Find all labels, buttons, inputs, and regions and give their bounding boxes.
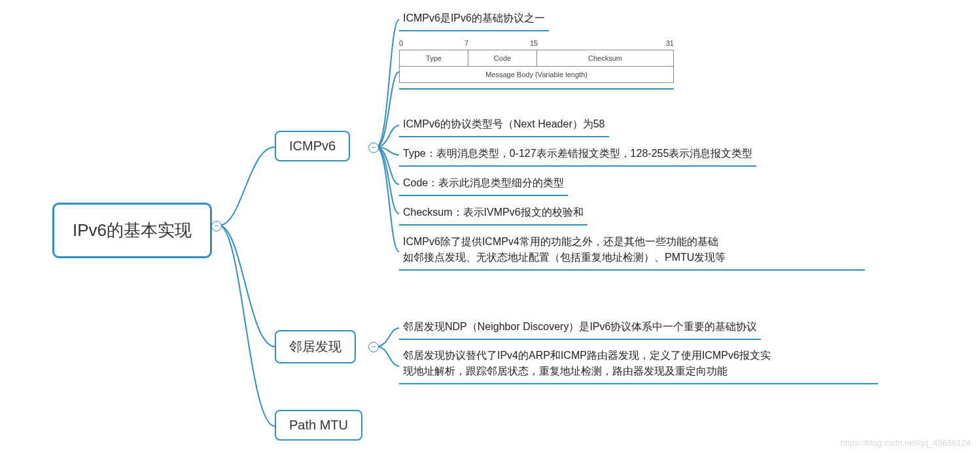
- leaf-ndp-replace-l1: 邻居发现协议替代了IPv4的ARP和ICMP路由器发现，定义了使用ICMPv6报…: [403, 350, 771, 361]
- leaf-ndp-replace: 邻居发现协议替代了IPv4的ARP和ICMP路由器发现，定义了使用ICMPv6报…: [399, 345, 878, 384]
- packet-field-checksum: Checksum: [536, 50, 673, 67]
- leaf-icmpv6-nextheader: ICMPv6的协议类型号（Next Header）为58: [399, 114, 609, 137]
- bit-7: 7: [464, 39, 468, 47]
- leaf-icmpv6-extra-l2: 如邻接点发现、无状态地址配置（包括重复地址检测）、PMTU发现等: [403, 252, 726, 263]
- branch-ndp[interactable]: 邻居发现: [275, 330, 356, 363]
- packet-field-type: Type: [400, 50, 468, 67]
- collapse-toggle-root[interactable]: −: [211, 221, 222, 231]
- bit-15: 15: [530, 39, 538, 47]
- branch-pmtu[interactable]: Path MTU: [275, 410, 362, 441]
- leaf-ndp-intro: 邻居发现NDP（Neighbor Discovery）是IPv6协议体系中一个重…: [399, 316, 761, 340]
- collapse-toggle-icmpv6[interactable]: −: [368, 143, 379, 153]
- bit-0: 0: [399, 39, 403, 47]
- packet-field-code: Code: [468, 50, 536, 67]
- branch-icmpv6[interactable]: ICMPv6: [275, 131, 350, 161]
- bit-31: 31: [666, 39, 674, 47]
- packet-table: Type Code Checksum Message Body (Variabl…: [399, 50, 674, 83]
- leaf-icmpv6-checksum: Checksum：表示IVMPv6报文的校验和: [399, 202, 587, 226]
- leaf-icmpv6-packet: 0 7 15 31 Type Code Checksum Message Bod…: [399, 39, 674, 90]
- leaf-icmpv6-extra: ICMPv6除了提供ICMPv4常用的功能之外，还是其他一些功能的基础 如邻接点…: [399, 231, 865, 271]
- collapse-toggle-ndp[interactable]: −: [368, 342, 379, 352]
- leaf-icmpv6-code: Code：表示此消息类型细分的类型: [399, 173, 568, 196]
- packet-bit-markers: 0 7 15 31: [399, 39, 674, 50]
- packet-field-body: Message Body (Variable length): [400, 67, 674, 83]
- watermark: https://blog.csdn.net/qq_45668124: [841, 438, 971, 448]
- leaf-icmpv6-type: Type：表明消息类型，0-127表示差错报文类型，128-255表示消息报文类…: [399, 143, 756, 167]
- leaf-ndp-replace-l2: 现地址解析，跟踪邻居状态，重复地址检测，路由器发现及重定向功能: [403, 365, 727, 377]
- leaf-icmpv6-intro: ICMPv6是IPv6的基础协议之一: [399, 8, 549, 31]
- leaf-icmpv6-extra-l1: ICMPv6除了提供ICMPv4常用的功能之外，还是其他一些功能的基础: [403, 236, 718, 247]
- root-node[interactable]: IPv6的基本实现: [52, 203, 212, 258]
